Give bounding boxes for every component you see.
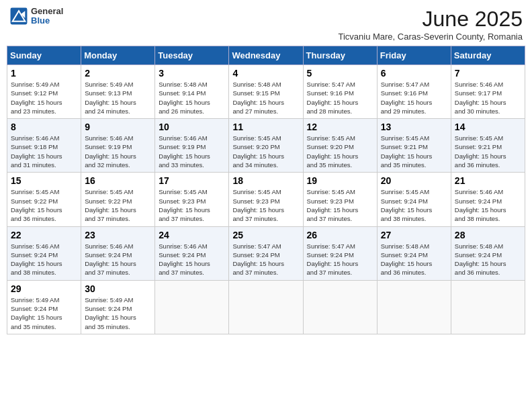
- day-number: 22: [11, 230, 77, 240]
- table-row: 19Sunrise: 5:45 AM Sunset: 9:23 PM Dayli…: [303, 173, 377, 226]
- location-subtitle: Ticvaniu Mare, Caras-Severin County, Rom…: [338, 32, 523, 42]
- day-number: 11: [232, 122, 299, 132]
- table-row: 26Sunrise: 5:47 AM Sunset: 9:24 PM Dayli…: [303, 226, 377, 280]
- day-info: Sunrise: 5:48 AM Sunset: 9:24 PM Dayligh…: [455, 242, 521, 277]
- day-info: Sunrise: 5:47 AM Sunset: 9:24 PM Dayligh…: [232, 242, 299, 277]
- day-number: 18: [232, 175, 299, 186]
- table-row: 15Sunrise: 5:45 AM Sunset: 9:22 PM Dayli…: [7, 173, 81, 226]
- calendar-table: Sunday Monday Tuesday Wednesday Thursday…: [7, 46, 525, 334]
- day-info: Sunrise: 5:49 AM Sunset: 9:12 PM Dayligh…: [11, 80, 77, 116]
- day-number: 24: [159, 230, 225, 240]
- calendar-week-row: 15Sunrise: 5:45 AM Sunset: 9:22 PM Dayli…: [7, 173, 525, 226]
- day-info: Sunrise: 5:49 AM Sunset: 9:24 PM Dayligh…: [85, 295, 151, 331]
- day-number: 7: [455, 68, 521, 79]
- table-row: 11Sunrise: 5:45 AM Sunset: 9:20 PM Dayli…: [229, 119, 303, 173]
- day-number: 17: [159, 175, 225, 186]
- day-number: 8: [11, 122, 77, 132]
- day-info: Sunrise: 5:49 AM Sunset: 9:24 PM Dayligh…: [11, 295, 77, 331]
- col-monday: Monday: [81, 46, 155, 65]
- day-info: Sunrise: 5:45 AM Sunset: 9:20 PM Dayligh…: [232, 134, 299, 169]
- day-number: 10: [159, 122, 225, 132]
- table-row: 27Sunrise: 5:48 AM Sunset: 9:24 PM Dayli…: [377, 226, 451, 280]
- day-number: 28: [455, 230, 521, 240]
- day-number: 30: [85, 283, 151, 294]
- day-info: Sunrise: 5:45 AM Sunset: 9:23 PM Dayligh…: [307, 187, 373, 223]
- day-info: Sunrise: 5:46 AM Sunset: 9:24 PM Dayligh…: [159, 242, 225, 277]
- day-number: 29: [11, 283, 77, 294]
- day-info: Sunrise: 5:48 AM Sunset: 9:15 PM Dayligh…: [232, 80, 299, 116]
- day-info: Sunrise: 5:45 AM Sunset: 9:24 PM Dayligh…: [381, 187, 447, 223]
- table-row: [155, 280, 229, 334]
- day-info: Sunrise: 5:46 AM Sunset: 9:24 PM Dayligh…: [85, 242, 151, 277]
- day-info: Sunrise: 5:48 AM Sunset: 9:14 PM Dayligh…: [159, 80, 225, 116]
- title-block: June 2025 Ticvaniu Mare, Caras-Severin C…: [338, 7, 523, 42]
- day-number: 13: [381, 122, 447, 132]
- col-saturday: Saturday: [451, 46, 525, 65]
- col-sunday: Sunday: [7, 46, 81, 65]
- day-number: 3: [159, 68, 225, 79]
- calendar-week-row: 22Sunrise: 5:46 AM Sunset: 9:24 PM Dayli…: [7, 226, 525, 280]
- table-row: 20Sunrise: 5:45 AM Sunset: 9:24 PM Dayli…: [377, 173, 451, 226]
- day-info: Sunrise: 5:45 AM Sunset: 9:23 PM Dayligh…: [232, 187, 299, 223]
- table-row: 23Sunrise: 5:46 AM Sunset: 9:24 PM Dayli…: [81, 226, 155, 280]
- table-row: 29Sunrise: 5:49 AM Sunset: 9:24 PM Dayli…: [7, 280, 81, 334]
- day-number: 16: [85, 175, 151, 186]
- calendar-header-row: Sunday Monday Tuesday Wednesday Thursday…: [7, 46, 525, 65]
- table-row: 8Sunrise: 5:46 AM Sunset: 9:18 PM Daylig…: [7, 119, 81, 173]
- table-row: 22Sunrise: 5:46 AM Sunset: 9:24 PM Dayli…: [7, 226, 81, 280]
- day-info: Sunrise: 5:49 AM Sunset: 9:13 PM Dayligh…: [85, 80, 151, 116]
- logo: General Blue: [9, 7, 63, 26]
- table-row: 13Sunrise: 5:45 AM Sunset: 9:21 PM Dayli…: [377, 119, 451, 173]
- table-row: 5Sunrise: 5:47 AM Sunset: 9:16 PM Daylig…: [303, 65, 377, 119]
- day-info: Sunrise: 5:45 AM Sunset: 9:23 PM Dayligh…: [159, 187, 225, 223]
- day-info: Sunrise: 5:45 AM Sunset: 9:21 PM Dayligh…: [455, 134, 521, 169]
- day-number: 2: [85, 68, 151, 79]
- day-info: Sunrise: 5:47 AM Sunset: 9:16 PM Dayligh…: [381, 80, 447, 116]
- table-row: 2Sunrise: 5:49 AM Sunset: 9:13 PM Daylig…: [81, 65, 155, 119]
- day-info: Sunrise: 5:46 AM Sunset: 9:17 PM Dayligh…: [455, 80, 521, 116]
- day-info: Sunrise: 5:46 AM Sunset: 9:19 PM Dayligh…: [85, 134, 151, 169]
- month-title: June 2025: [338, 7, 523, 32]
- day-info: Sunrise: 5:45 AM Sunset: 9:22 PM Dayligh…: [11, 187, 77, 223]
- table-row: 17Sunrise: 5:45 AM Sunset: 9:23 PM Dayli…: [155, 173, 229, 226]
- day-number: 20: [381, 175, 447, 186]
- table-row: 30Sunrise: 5:49 AM Sunset: 9:24 PM Dayli…: [81, 280, 155, 334]
- table-row: 28Sunrise: 5:48 AM Sunset: 9:24 PM Dayli…: [451, 226, 525, 280]
- table-row: 12Sunrise: 5:45 AM Sunset: 9:20 PM Dayli…: [303, 119, 377, 173]
- calendar-week-row: 29Sunrise: 5:49 AM Sunset: 9:24 PM Dayli…: [7, 280, 525, 334]
- col-thursday: Thursday: [303, 46, 377, 65]
- day-info: Sunrise: 5:46 AM Sunset: 9:24 PM Dayligh…: [11, 242, 77, 277]
- day-info: Sunrise: 5:46 AM Sunset: 9:24 PM Dayligh…: [455, 187, 521, 223]
- col-friday: Friday: [377, 46, 451, 65]
- col-wednesday: Wednesday: [229, 46, 303, 65]
- day-info: Sunrise: 5:47 AM Sunset: 9:16 PM Dayligh…: [307, 80, 373, 116]
- day-number: 12: [307, 122, 373, 132]
- table-row: [303, 280, 377, 334]
- day-number: 23: [85, 230, 151, 240]
- day-number: 4: [232, 68, 299, 79]
- calendar-week-row: 8Sunrise: 5:46 AM Sunset: 9:18 PM Daylig…: [7, 119, 525, 173]
- table-row: 1Sunrise: 5:49 AM Sunset: 9:12 PM Daylig…: [7, 65, 81, 119]
- table-row: 7Sunrise: 5:46 AM Sunset: 9:17 PM Daylig…: [451, 65, 525, 119]
- day-number: 6: [381, 68, 447, 79]
- day-info: Sunrise: 5:48 AM Sunset: 9:24 PM Dayligh…: [381, 242, 447, 277]
- table-row: 18Sunrise: 5:45 AM Sunset: 9:23 PM Dayli…: [229, 173, 303, 226]
- page-header: General Blue June 2025 Ticvaniu Mare, Ca…: [7, 7, 525, 42]
- table-row: 21Sunrise: 5:46 AM Sunset: 9:24 PM Dayli…: [451, 173, 525, 226]
- day-info: Sunrise: 5:46 AM Sunset: 9:18 PM Dayligh…: [11, 134, 77, 169]
- logo-general-text: General: [31, 7, 63, 16]
- table-row: 9Sunrise: 5:46 AM Sunset: 9:19 PM Daylig…: [81, 119, 155, 173]
- day-number: 25: [232, 230, 299, 240]
- table-row: [229, 280, 303, 334]
- day-info: Sunrise: 5:47 AM Sunset: 9:24 PM Dayligh…: [307, 242, 373, 277]
- table-row: 25Sunrise: 5:47 AM Sunset: 9:24 PM Dayli…: [229, 226, 303, 280]
- day-info: Sunrise: 5:45 AM Sunset: 9:20 PM Dayligh…: [307, 134, 373, 169]
- logo-icon: [9, 7, 28, 26]
- day-number: 5: [307, 68, 373, 79]
- table-row: [377, 280, 451, 334]
- table-row: 24Sunrise: 5:46 AM Sunset: 9:24 PM Dayli…: [155, 226, 229, 280]
- calendar-week-row: 1Sunrise: 5:49 AM Sunset: 9:12 PM Daylig…: [7, 65, 525, 119]
- day-number: 21: [455, 175, 521, 186]
- table-row: 4Sunrise: 5:48 AM Sunset: 9:15 PM Daylig…: [229, 65, 303, 119]
- table-row: [451, 280, 525, 334]
